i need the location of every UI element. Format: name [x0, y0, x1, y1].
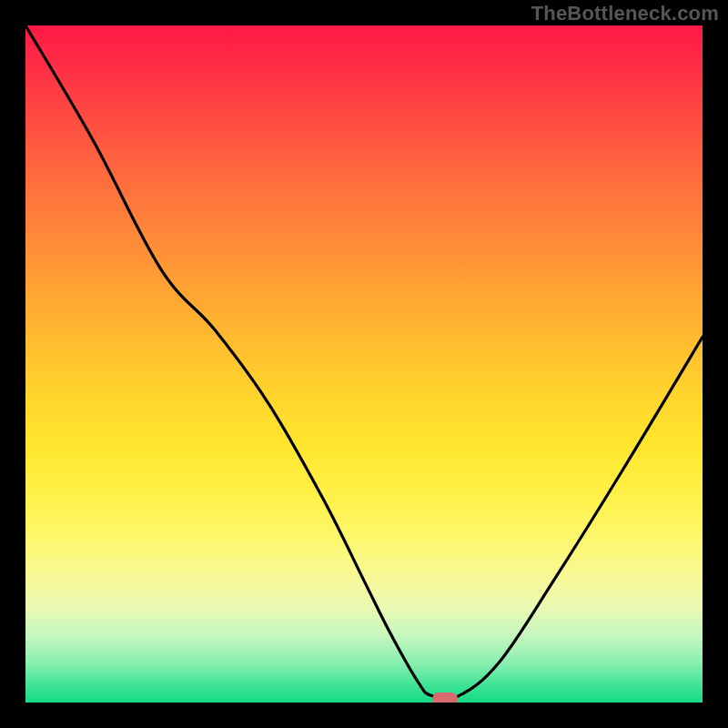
plot-area [25, 25, 703, 703]
optimal-point-marker [432, 693, 458, 703]
bottleneck-curve [25, 25, 703, 703]
watermark-text: TheBottleneck.com [531, 2, 719, 25]
chart-wrap: TheBottleneck.com [0, 0, 728, 728]
bottleneck-curve-path [25, 25, 703, 699]
